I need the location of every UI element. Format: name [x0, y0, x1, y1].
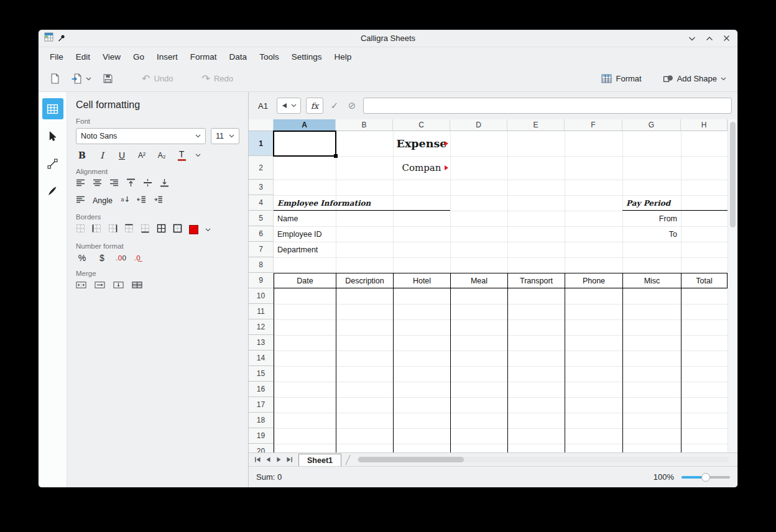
cell-G5[interactable]: From: [622, 211, 681, 226]
cell-A5[interactable]: Name: [274, 211, 336, 226]
font-size-select[interactable]: 11: [211, 128, 239, 144]
cell-selection[interactable]: [273, 131, 336, 157]
row-header-8[interactable]: 8: [249, 257, 274, 273]
row-header-13[interactable]: 13: [249, 335, 274, 351]
border-top-button[interactable]: [124, 224, 134, 236]
row-header-7[interactable]: 7: [249, 242, 274, 257]
table-header-total[interactable]: Total: [681, 273, 728, 288]
close-button[interactable]: [723, 35, 730, 42]
cancel-icon[interactable]: ⊘: [346, 100, 358, 111]
menu-go[interactable]: Go: [127, 50, 150, 64]
row-header-20[interactable]: 20: [249, 444, 274, 452]
menu-file[interactable]: File: [44, 50, 70, 64]
text-direction-button[interactable]: [76, 195, 85, 206]
row-header-19[interactable]: 19: [249, 428, 274, 444]
minimize-button[interactable]: [688, 36, 696, 41]
menu-data[interactable]: Data: [223, 50, 254, 64]
maximize-button[interactable]: [706, 36, 713, 41]
row-header-16[interactable]: 16: [249, 382, 274, 397]
selection-tool-button[interactable]: [42, 126, 63, 147]
merge-vertical-button[interactable]: [113, 280, 124, 291]
align-bottom-button[interactable]: [160, 178, 169, 190]
row-header-4[interactable]: 4: [249, 195, 274, 211]
underline-button[interactable]: U: [116, 150, 128, 160]
unmerge-cells-button[interactable]: [132, 280, 142, 291]
vertical-scrollbar[interactable]: [728, 119, 737, 452]
redo-button[interactable]: ↷ Redo: [198, 70, 236, 88]
column-header-E[interactable]: E: [507, 119, 565, 131]
cell-reference[interactable]: A1: [254, 101, 272, 111]
previous-sheet-button[interactable]: [263, 454, 274, 466]
selection-handle[interactable]: [334, 154, 338, 158]
row-header-11[interactable]: 11: [249, 304, 274, 319]
zoom-slider[interactable]: [681, 476, 730, 479]
row-header-2[interactable]: 2: [249, 156, 274, 180]
column-header-D[interactable]: D: [450, 119, 507, 131]
align-left-button[interactable]: [76, 178, 85, 190]
grid-canvas[interactable]: ABCDEFGH1234567891011121314151617181920E…: [249, 119, 728, 452]
menu-format[interactable]: Format: [184, 50, 223, 64]
column-header-G[interactable]: G: [622, 119, 681, 131]
align-right-button[interactable]: [109, 178, 119, 190]
merge-horizontal-button[interactable]: [95, 280, 105, 291]
apply-icon[interactable]: ✓: [328, 100, 341, 111]
menu-edit[interactable]: Edit: [70, 50, 96, 64]
cell-A7[interactable]: Department: [274, 242, 336, 257]
border-all-button[interactable]: [157, 224, 166, 236]
vertical-scrollbar-thumb[interactable]: [730, 122, 736, 227]
superscript-button[interactable]: A²: [136, 151, 148, 160]
format-button[interactable]: Format: [598, 70, 645, 88]
precision-increase-button[interactable]: .00: [116, 254, 127, 262]
cell-name-select[interactable]: [277, 98, 301, 114]
column-header-C[interactable]: C: [393, 119, 450, 131]
table-header-date[interactable]: Date: [274, 273, 336, 288]
money-format-button[interactable]: $: [96, 253, 108, 263]
next-sheet-button[interactable]: [274, 454, 284, 466]
table-header-description[interactable]: Description: [336, 273, 393, 288]
cell-A4[interactable]: Employee Information: [274, 195, 336, 211]
sheet-tab-sheet1[interactable]: Sheet1: [298, 454, 341, 466]
percent-format-button[interactable]: %: [76, 253, 88, 263]
menu-tools[interactable]: Tools: [253, 50, 285, 64]
merge-cells-button[interactable]: [76, 280, 86, 291]
zoom-slider-thumb[interactable]: [701, 473, 710, 482]
new-document-button[interactable]: [46, 70, 64, 88]
first-sheet-button[interactable]: [252, 454, 263, 466]
formula-input[interactable]: [363, 98, 732, 114]
cell-G4[interactable]: Pay Period: [622, 195, 681, 211]
horizontal-scrollbar-thumb[interactable]: [358, 457, 464, 462]
menu-insert[interactable]: Insert: [150, 50, 184, 64]
row-header-12[interactable]: 12: [249, 319, 274, 335]
row-header-1[interactable]: 1: [249, 131, 274, 156]
titlebar[interactable]: Calligra Sheets: [39, 30, 737, 47]
menu-settings[interactable]: Settings: [285, 50, 328, 64]
align-top-button[interactable]: [126, 178, 136, 190]
formula-function-button[interactable]: fx: [306, 98, 323, 114]
column-header-H[interactable]: H: [681, 119, 728, 131]
save-button[interactable]: [99, 70, 117, 88]
menu-view[interactable]: View: [96, 50, 127, 64]
cell-tool-button[interactable]: [42, 98, 63, 119]
cell-C1[interactable]: Expense: [393, 131, 450, 156]
align-center-button[interactable]: [93, 178, 102, 190]
menu-help[interactable]: Help: [328, 50, 358, 64]
last-sheet-button[interactable]: [284, 454, 295, 466]
font-family-select[interactable]: Noto Sans: [76, 128, 206, 144]
table-header-misc[interactable]: Misc: [622, 273, 681, 288]
bold-button[interactable]: B: [76, 150, 88, 160]
column-header-B[interactable]: B: [336, 119, 393, 131]
border-outline-button[interactable]: [173, 224, 182, 236]
row-header-3[interactable]: 3: [249, 180, 274, 195]
indent-less-button[interactable]: [137, 195, 146, 206]
add-shape-button[interactable]: Add Shape: [659, 70, 730, 88]
align-middle-button[interactable]: [143, 178, 152, 190]
row-header-9[interactable]: 9: [249, 273, 274, 288]
row-header-10[interactable]: 10: [249, 288, 274, 304]
italic-button[interactable]: I: [96, 150, 108, 160]
border-right-button[interactable]: [108, 224, 118, 236]
table-header-phone[interactable]: Phone: [565, 273, 622, 288]
open-document-button[interactable]: [68, 70, 95, 88]
angle-button[interactable]: Angle: [93, 196, 113, 205]
border-left-button[interactable]: [92, 224, 101, 236]
connector-tool-button[interactable]: [42, 153, 63, 174]
